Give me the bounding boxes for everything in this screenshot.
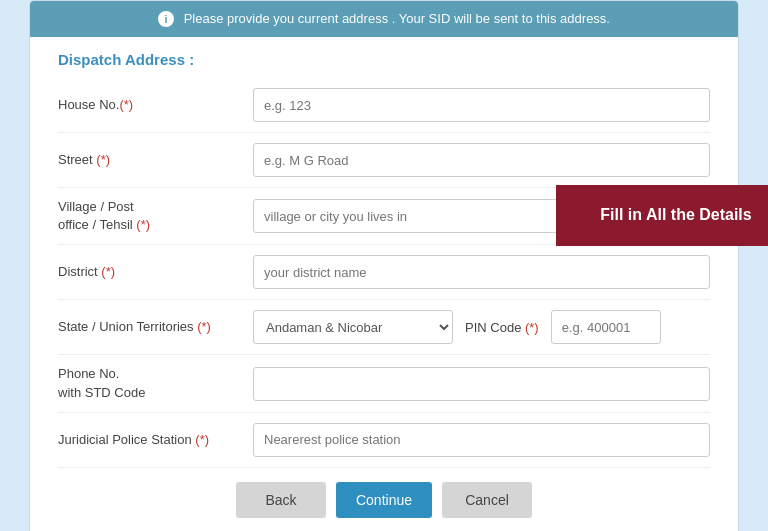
- state-label: State / Union Territories (*): [58, 318, 253, 336]
- village-label: Village / Postoffice / Tehsil (*): [58, 198, 253, 234]
- street-input[interactable]: [253, 143, 710, 177]
- button-row: Back Continue Cancel: [58, 468, 710, 528]
- district-required: (*): [101, 264, 115, 279]
- pin-required: (*): [525, 320, 539, 335]
- police-station-row: Juridicial Police Station (*): [58, 413, 710, 468]
- banner-text: Please provide you current address . You…: [184, 11, 610, 26]
- house-no-label: House No.(*): [58, 96, 253, 114]
- form-container: i Please provide you current address . Y…: [29, 0, 739, 531]
- state-input-col: Andaman & Nicobar Andhra Pradesh Arunach…: [253, 310, 710, 344]
- house-no-input[interactable]: [253, 88, 710, 122]
- cancel-button[interactable]: Cancel: [442, 482, 532, 518]
- pin-code-label: PIN Code (*): [465, 320, 539, 335]
- phone-input[interactable]: [253, 367, 710, 401]
- continue-button[interactable]: Continue: [336, 482, 432, 518]
- phone-label: Phone No.with STD Code: [58, 365, 253, 401]
- pin-code-input[interactable]: [551, 310, 661, 344]
- street-required: (*): [96, 152, 110, 167]
- police-station-label: Juridicial Police Station (*): [58, 431, 253, 449]
- street-row: Street (*): [58, 133, 710, 188]
- district-input[interactable]: [253, 255, 710, 289]
- section-title: Dispatch Address :: [58, 51, 710, 68]
- village-required: (*): [136, 217, 150, 232]
- district-label: District (*): [58, 263, 253, 281]
- house-no-row: House No.(*): [58, 78, 710, 133]
- police-station-input[interactable]: [253, 423, 710, 457]
- street-label: Street (*): [58, 151, 253, 169]
- back-button[interactable]: Back: [236, 482, 326, 518]
- phone-input-col: [253, 367, 710, 401]
- form-body: Dispatch Address : House No.(*) Street (…: [30, 37, 738, 531]
- state-select[interactable]: Andaman & Nicobar Andhra Pradesh Arunach…: [253, 310, 453, 344]
- street-input-col: [253, 143, 710, 177]
- state-row: State / Union Territories (*) Andaman & …: [58, 300, 710, 355]
- police-station-input-col: [253, 423, 710, 457]
- fill-details-badge: Fill in All the Details: [556, 185, 768, 246]
- house-no-required: (*): [119, 97, 133, 112]
- info-banner: i Please provide you current address . Y…: [30, 1, 738, 37]
- house-no-input-col: [253, 88, 710, 122]
- state-required: (*): [197, 319, 211, 334]
- district-input-col: [253, 255, 710, 289]
- police-required: (*): [195, 432, 209, 447]
- phone-row: Phone No.with STD Code: [58, 355, 710, 412]
- district-row: District (*): [58, 245, 710, 300]
- info-icon: i: [158, 11, 174, 27]
